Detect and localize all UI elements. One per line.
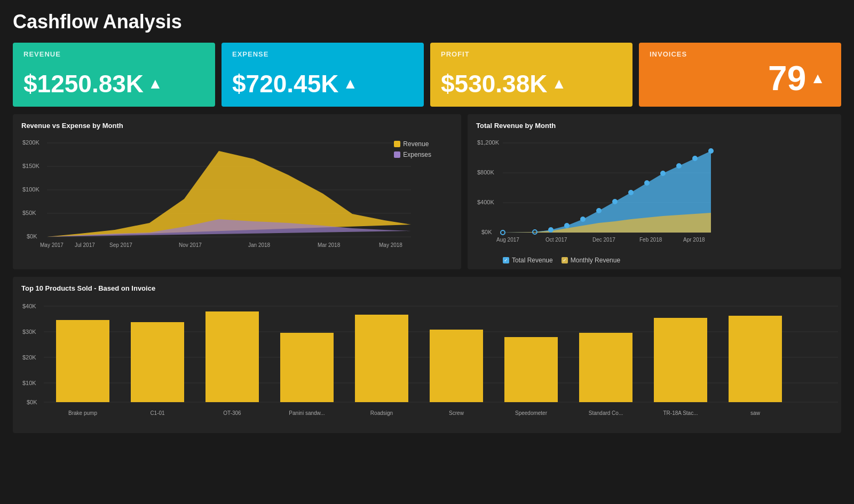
charts-row: Revenue vs Expense by Month $200K $150K … [13,114,841,269]
svg-text:Jan 2018: Jan 2018 [248,242,271,248]
svg-text:Apr 2018: Apr 2018 [683,237,705,243]
svg-text:Jul 2017: Jul 2017 [75,242,95,248]
svg-text:$400K: $400K [477,199,494,205]
svg-point-39 [677,164,681,168]
svg-text:C1-01: C1-01 [150,410,165,416]
kpi-profit-label: PROFIT [441,50,622,58]
svg-text:Panini sandw...: Panini sandw... [289,410,325,416]
bar-ot306 [205,311,259,402]
svg-text:$20K: $20K [22,354,36,361]
svg-text:Brake pump: Brake pump [68,410,97,416]
kpi-expense-arrow: ▲ [343,75,358,92]
svg-text:TR-18A Stac...: TR-18A Stac... [663,410,698,416]
svg-text:Screw: Screw [449,410,464,416]
kpi-invoices-arrow: ▲ [810,70,825,87]
total-rev-title: Total Revenue by Month [476,122,833,130]
kpi-revenue[interactable]: REVENUE $1250.83K ▲ [13,43,215,107]
svg-point-36 [629,190,633,195]
svg-text:$100K: $100K [22,186,39,193]
svg-text:$1,200K: $1,200K [477,139,500,146]
bar-saw [729,316,782,402]
bar-speedometer [504,337,558,402]
kpi-profit-value: $530.38K ▲ [441,69,622,98]
svg-point-31 [549,228,553,232]
kpi-expense[interactable]: EXPENSE $720.45K ▲ [222,43,424,107]
svg-text:May 2017: May 2017 [40,242,64,248]
svg-text:Roadsign: Roadsign [370,410,393,416]
rev-exp-panel: Revenue vs Expense by Month $200K $150K … [13,114,461,269]
svg-text:$150K: $150K [22,163,39,169]
svg-text:Nov 2017: Nov 2017 [179,242,202,248]
svg-text:$0K: $0K [27,233,37,239]
svg-point-37 [645,181,649,185]
svg-text:$40K: $40K [22,303,36,309]
svg-text:$30K: $30K [22,329,36,335]
kpi-profit[interactable]: PROFIT $530.38K ▲ [430,43,632,107]
bar-tr18a [654,318,707,402]
svg-text:Speedometer: Speedometer [515,410,548,416]
kpi-invoices[interactable]: INVOICES 79 ▲ [639,43,841,107]
kpi-revenue-label: REVENUE [23,50,204,58]
bar-chart-title: Top 10 Products Sold - Based on Invoice [21,284,833,292]
kpi-invoices-label: INVOICES [650,50,831,58]
svg-text:Aug 2017: Aug 2017 [496,237,519,243]
bar-roadsign [355,315,408,402]
svg-text:Mar 2018: Mar 2018 [318,242,341,248]
total-rev-legend-total: ✓ Total Revenue [503,257,553,264]
bar-standard [579,333,632,402]
svg-text:$0K: $0K [27,399,37,405]
svg-text:Sep 2017: Sep 2017 [109,242,132,248]
svg-text:Dec 2017: Dec 2017 [592,237,615,243]
total-rev-legend-monthly: ✓ Monthly Revenue [562,257,620,264]
rev-exp-chart: $200K $150K $100K $50K $0K May 2017 Jul … [21,135,448,252]
bar-c101 [131,322,184,402]
svg-text:May 2018: May 2018 [379,242,402,248]
svg-text:$50K: $50K [22,210,36,216]
bar-chart: $40K $30K $20K $10K $0K Brake pump C1-01… [21,298,843,426]
page-title: Cashflow Analysis [13,11,841,33]
svg-point-41 [709,149,713,153]
svg-point-34 [597,209,601,213]
svg-point-40 [693,156,697,161]
svg-text:Feb 2018: Feb 2018 [639,237,662,243]
bar-screw [430,330,483,402]
bar-chart-panel: Top 10 Products Sold - Based on Invoice … [13,277,841,433]
svg-text:saw: saw [750,410,761,416]
svg-point-38 [661,171,665,175]
kpi-revenue-arrow: ▲ [148,75,163,92]
total-rev-panel: Total Revenue by Month $1,200K $800K $40… [468,114,841,269]
bar-panini [280,333,334,402]
kpi-revenue-value: $1250.83K ▲ [23,69,204,98]
svg-text:Standard Co...: Standard Co... [589,410,623,416]
rev-legend-expenses: Expenses [394,151,431,158]
bar-brake-pump [56,320,109,402]
rev-exp-title: Revenue vs Expense by Month [21,122,453,130]
kpi-profit-arrow: ▲ [552,75,567,92]
svg-text:$0K: $0K [481,229,492,235]
svg-point-32 [565,223,569,228]
total-rev-chart: $1,200K $800K $400K $0K [476,135,716,252]
kpi-expense-label: EXPENSE [232,50,413,58]
kpi-row: REVENUE $1250.83K ▲ EXPENSE $720.45K ▲ P… [13,43,841,107]
svg-text:Oct 2017: Oct 2017 [545,237,567,243]
svg-text:$200K: $200K [22,139,39,146]
svg-point-35 [613,199,617,204]
kpi-invoices-value: 79 ▲ [650,59,831,98]
svg-text:$10K: $10K [22,380,36,386]
rev-legend-revenue: Revenue [394,140,431,148]
svg-point-33 [581,217,585,221]
kpi-expense-value: $720.45K ▲ [232,69,413,98]
svg-text:$800K: $800K [477,169,494,175]
svg-text:OT-306: OT-306 [223,410,241,416]
